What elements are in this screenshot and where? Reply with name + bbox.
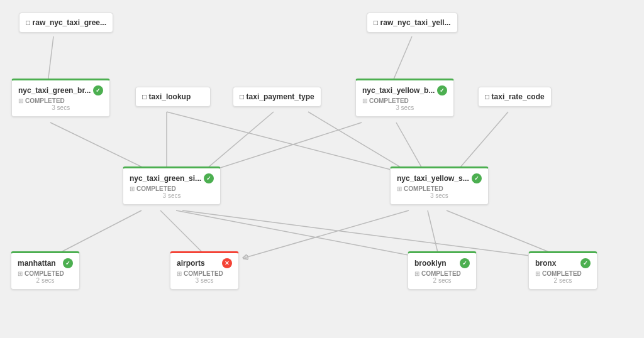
- grid-icon-manhattan: ⊞: [18, 270, 23, 277]
- node-airports[interactable]: airports ✕ ⊞ COMPLETED 3 secs: [170, 251, 239, 290]
- secs-green-br: 3 secs: [18, 104, 103, 111]
- svg-line-12: [245, 210, 409, 258]
- grid-icon-green-br: ⊞: [18, 97, 23, 104]
- node-nyc-green-br-title: nyc_taxi_green_br... ✓: [18, 85, 103, 95]
- check-icon-green-br: ✓: [93, 85, 103, 95]
- status-green-si: COMPLETED: [136, 185, 176, 192]
- node-taxi-rate[interactable]: □ taxi_rate_code: [478, 87, 552, 107]
- svg-line-14: [447, 210, 563, 258]
- secs-yellow-b: 3 secs: [362, 104, 447, 111]
- check-icon-brooklyn: ✓: [460, 258, 470, 268]
- node-airports-title: airports ✕: [177, 258, 232, 268]
- node-raw-green[interactable]: □ raw_nyc_taxi_gree...: [19, 13, 113, 33]
- status-green-br: COMPLETED: [25, 97, 65, 104]
- node-taxi-rate-title: □ taxi_rate_code: [485, 92, 545, 101]
- check-icon-yellow-s: ✓: [472, 173, 482, 183]
- svg-line-10: [50, 210, 142, 258]
- node-bronx[interactable]: bronx ✓ ⊞ COMPLETED 2 secs: [528, 251, 597, 290]
- status-manhattan: COMPLETED: [25, 270, 64, 277]
- secs-brooklyn: 2 secs: [414, 277, 470, 284]
- node-raw-yellow-title: □ raw_nyc_taxi_yell...: [374, 18, 451, 27]
- node-manhattan[interactable]: manhattan ✓ ⊞ COMPLETED 2 secs: [11, 251, 80, 290]
- node-nyc-green-si-title: nyc_taxi_green_si... ✓: [130, 173, 214, 183]
- grid-icon-bronx: ⊞: [535, 270, 540, 277]
- node-brooklyn[interactable]: brooklyn ✓ ⊞ COMPLETED 2 secs: [408, 251, 477, 290]
- node-nyc-green-br[interactable]: nyc_taxi_green_br... ✓ ⊞ COMPLETED 3 sec…: [11, 79, 110, 117]
- node-taxi-lookup-title: □ taxi_lookup: [142, 92, 204, 101]
- check-icon-yellow-b: ✓: [437, 85, 447, 95]
- node-taxi-payment-title: □ taxi_payment_type: [240, 92, 314, 101]
- secs-manhattan: 2 secs: [18, 277, 73, 284]
- status-yellow-s: COMPLETED: [404, 185, 443, 192]
- x-icon-airports: ✕: [222, 258, 232, 268]
- node-raw-yellow[interactable]: □ raw_nyc_taxi_yell...: [367, 13, 458, 33]
- grid-icon-airports: ⊞: [177, 270, 182, 277]
- svg-line-13: [428, 210, 439, 258]
- node-nyc-yellow-b-title: nyc_taxi_yellow_b... ✓: [362, 85, 447, 95]
- svg-line-15: [176, 210, 421, 258]
- status-airports: COMPLETED: [184, 270, 223, 277]
- grid-icon-yellow-s: ⊞: [397, 185, 402, 192]
- node-bronx-title: bronx ✓: [535, 258, 591, 268]
- node-nyc-yellow-s-title: nyc_taxi_yellow_s... ✓: [397, 173, 482, 183]
- dag-canvas: □ raw_nyc_taxi_gree... □ raw_nyc_taxi_ye…: [0, 0, 644, 338]
- secs-bronx: 2 secs: [535, 277, 591, 284]
- grid-icon-green-si: ⊞: [130, 185, 135, 192]
- svg-line-11: [160, 210, 208, 258]
- status-brooklyn: COMPLETED: [421, 270, 461, 277]
- status-yellow-b: COMPLETED: [369, 97, 409, 104]
- node-manhattan-title: manhattan ✓: [18, 258, 73, 268]
- status-bronx: COMPLETED: [542, 270, 582, 277]
- node-taxi-payment[interactable]: □ taxi_payment_type: [233, 87, 321, 107]
- secs-yellow-s: 3 secs: [397, 192, 482, 199]
- node-taxi-lookup[interactable]: □ taxi_lookup: [135, 87, 211, 107]
- node-nyc-yellow-b[interactable]: nyc_taxi_yellow_b... ✓ ⊞ COMPLETED 3 sec…: [355, 79, 454, 117]
- secs-green-si: 3 secs: [130, 192, 214, 199]
- grid-icon-yellow-b: ⊞: [362, 97, 367, 104]
- grid-icon-brooklyn: ⊞: [414, 270, 419, 277]
- check-icon-manhattan: ✓: [63, 258, 73, 268]
- check-icon-bronx: ✓: [580, 258, 591, 268]
- node-raw-green-title: □ raw_nyc_taxi_gree...: [26, 18, 106, 27]
- node-brooklyn-title: brooklyn ✓: [414, 258, 470, 268]
- svg-line-16: [182, 210, 544, 258]
- node-nyc-green-si[interactable]: nyc_taxi_green_si... ✓ ⊞ COMPLETED 3 sec…: [123, 166, 221, 205]
- secs-airports: 3 secs: [177, 277, 232, 284]
- check-icon-green-si: ✓: [204, 173, 214, 183]
- node-nyc-yellow-s[interactable]: nyc_taxi_yellow_s... ✓ ⊞ COMPLETED 3 sec…: [390, 166, 489, 205]
